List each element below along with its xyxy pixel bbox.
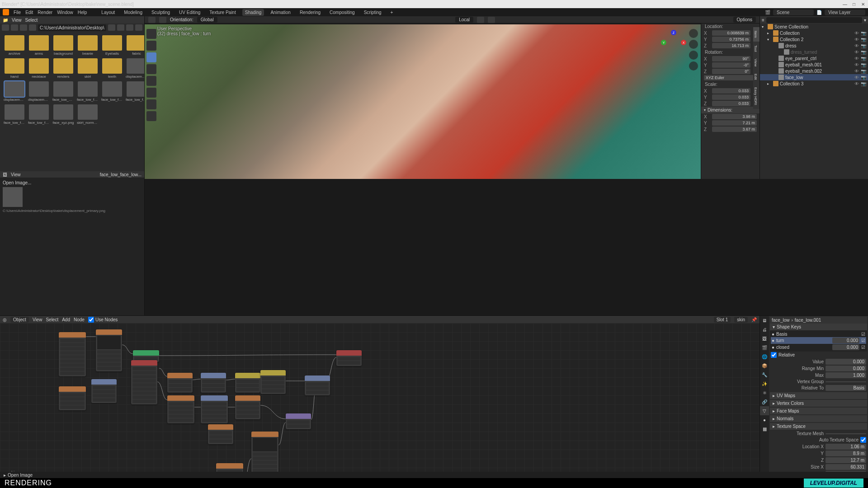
- folder-item[interactable]: teeth: [101, 58, 123, 79]
- shader-node[interactable]: [96, 329, 122, 371]
- pan-icon[interactable]: [689, 40, 698, 49]
- render-icon[interactable]: 📷: [861, 81, 866, 86]
- shader-node[interactable]: [336, 350, 362, 366]
- prop-tab-scene-icon[interactable]: 🎬: [760, 343, 769, 352]
- prop-tab-viewlayer-icon[interactable]: 🖼: [760, 334, 769, 343]
- tab-layout[interactable]: Layout: [99, 9, 118, 16]
- np-tab-view[interactable]: View: [753, 55, 760, 70]
- path-input[interactable]: [38, 24, 106, 31]
- texloc-x[interactable]: 1.06 m: [826, 444, 866, 450]
- dim-z[interactable]: 3.67 m: [712, 127, 757, 132]
- folder-item[interactable]: renders: [52, 58, 74, 79]
- eye-icon[interactable]: 👁: [854, 49, 859, 55]
- transform-pivot[interactable]: Local: [455, 17, 473, 23]
- image-editor-icon[interactable]: 🖼: [3, 172, 7, 177]
- folder-item[interactable]: hand: [4, 58, 25, 79]
- material-selector[interactable]: skin: [734, 317, 748, 323]
- options-dropdown[interactable]: Options: [733, 17, 756, 23]
- shader-node[interactable]: [59, 332, 86, 376]
- section-header[interactable]: ▸UV Maps: [770, 392, 867, 399]
- prop-tab-world-icon[interactable]: 🌐: [760, 352, 769, 361]
- shader-node[interactable]: [131, 360, 157, 404]
- fb-menu-select[interactable]: Select: [25, 18, 38, 23]
- eye-icon[interactable]: 👁: [854, 37, 859, 42]
- render-icon[interactable]: 📷: [861, 56, 866, 61]
- shader-type[interactable]: Object: [10, 317, 29, 323]
- tab-scripting[interactable]: Scripting: [361, 9, 384, 16]
- shape-key-row[interactable]: ●Basis☑: [771, 331, 866, 337]
- scale-y[interactable]: 0.033: [712, 94, 750, 100]
- proportional-icon[interactable]: [488, 17, 495, 23]
- maximize-button[interactable]: □: [851, 1, 857, 7]
- tool-annotate-icon[interactable]: [146, 99, 156, 109]
- ne-menu-add[interactable]: Add: [62, 317, 70, 322]
- tool-cursor-icon[interactable]: [146, 41, 156, 51]
- menu-edit[interactable]: Edit: [25, 10, 33, 15]
- prop-tab-data-icon[interactable]: ▽: [760, 406, 769, 415]
- prop-tab-physics-icon[interactable]: ⚛: [760, 388, 769, 397]
- check-icon[interactable]: ☑: [861, 332, 865, 337]
- scene-selector[interactable]: Scene: [773, 9, 814, 15]
- outliner-row[interactable]: eye_parent_ctrl👁📷: [760, 55, 868, 61]
- shader-node[interactable]: [235, 395, 260, 419]
- eye-icon[interactable]: 👁: [854, 68, 859, 74]
- texloc-y[interactable]: 8.9 m: [826, 450, 866, 456]
- use-nodes-check[interactable]: [88, 317, 94, 323]
- shader-node[interactable]: [286, 413, 311, 429]
- image-item[interactable]: displacement...: [28, 81, 50, 102]
- relative-check[interactable]: [771, 352, 777, 358]
- folder-item[interactable]: background: [52, 35, 74, 56]
- tab-sculpting[interactable]: Sculpting: [149, 9, 173, 16]
- scale-x[interactable]: 0.033: [712, 88, 750, 94]
- texloc-z[interactable]: 12.7 m: [826, 457, 866, 463]
- ne-menu-view[interactable]: View: [33, 317, 42, 322]
- folder-item[interactable]: fabric: [126, 35, 144, 56]
- shader-node[interactable]: [251, 432, 278, 478]
- prop-tab-render-icon[interactable]: 🖥: [760, 316, 769, 325]
- np-tab-tool[interactable]: Tool: [753, 42, 760, 56]
- ie-menu-view[interactable]: View: [11, 172, 21, 177]
- folder-item[interactable]: Eyeballs: [101, 35, 123, 56]
- sk-relto[interactable]: Basis: [826, 385, 866, 391]
- tool-move-icon[interactable]: [146, 52, 156, 62]
- outliner-row[interactable]: eyeball_mesh.002👁📷: [760, 68, 868, 74]
- outliner-row[interactable]: ▸Collection 3👁📷: [760, 80, 868, 87]
- eye-icon[interactable]: 👁: [854, 56, 859, 61]
- shape-key-row[interactable]: ●turn0.000☑: [771, 337, 866, 344]
- outliner-row[interactable]: ▾Collection 2👁📷: [760, 36, 868, 42]
- eye-icon[interactable]: 👁: [854, 62, 859, 67]
- nav-up-icon[interactable]: [20, 24, 27, 31]
- tool-select-icon[interactable]: [146, 29, 156, 39]
- filter-icon[interactable]: [126, 24, 133, 31]
- shape-key-row[interactable]: ●closed0.000☑: [771, 344, 866, 351]
- shader-editor-icon[interactable]: ◎: [3, 317, 7, 322]
- shader-node[interactable]: [208, 424, 233, 444]
- sk-min[interactable]: 0.000: [826, 366, 866, 371]
- prop-tab-object-icon[interactable]: 📦: [760, 361, 769, 370]
- shader-node[interactable]: [59, 386, 86, 410]
- scene-collection[interactable]: Scene Collection: [774, 24, 866, 29]
- outliner-row[interactable]: dress_turned👁📷: [760, 49, 868, 55]
- outliner-row[interactable]: dress👁📷: [760, 42, 868, 49]
- 3d-viewport[interactable]: 🔷 Object Mode View Select Add Object ⊞ ●…: [145, 16, 701, 179]
- rot-y[interactable]: -0°: [712, 62, 750, 68]
- fb-menu-view[interactable]: View: [12, 18, 22, 23]
- display-icon[interactable]: [117, 24, 124, 31]
- check-icon[interactable]: ☑: [861, 345, 865, 350]
- ne-menu-select[interactable]: Select: [46, 317, 58, 322]
- image-item[interactable]: face_low_fac...: [101, 81, 123, 102]
- shader-node[interactable]: [305, 375, 330, 395]
- check-icon[interactable]: ☑: [861, 338, 865, 343]
- sk-vgroup[interactable]: [826, 381, 866, 382]
- viewlayer-selector[interactable]: View Layer: [825, 9, 865, 15]
- auto-texspace-check[interactable]: [860, 437, 866, 443]
- render-icon[interactable]: 📷: [861, 62, 866, 67]
- section-header[interactable]: ▸Texture Space: [770, 423, 867, 430]
- folder-item[interactable]: skirt: [77, 58, 99, 79]
- outliner-row[interactable]: ▸Collection👁📷: [760, 30, 868, 36]
- breadcrumb-data[interactable]: face_low.001: [795, 318, 821, 323]
- section-header[interactable]: ▸Vertex Colors: [770, 400, 867, 407]
- tool-rotate-icon[interactable]: [146, 64, 156, 74]
- menu-file[interactable]: File: [14, 10, 21, 15]
- section-header[interactable]: ▸Normals: [770, 415, 867, 422]
